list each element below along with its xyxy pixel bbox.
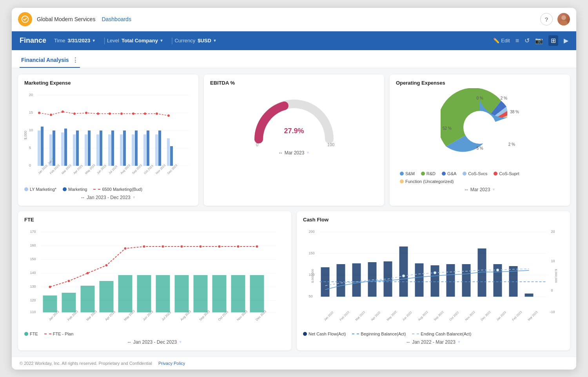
svg-point-99 xyxy=(200,245,202,248)
svg-text:27.9%: 27.9% xyxy=(284,127,304,135)
fte-legend: FTE FTE - Plan xyxy=(24,332,285,336)
svg-point-64 xyxy=(463,111,496,144)
svg-rect-85 xyxy=(156,275,170,312)
svg-point-146 xyxy=(497,269,499,271)
marketing-footer[interactable]: ↔ Jan 2023 - Dec 2023 ▼ xyxy=(24,195,192,200)
fte-card: FTE 170 160 150 140 130 120 110 xyxy=(18,211,291,350)
privacy-policy-link[interactable]: Privacy Policy xyxy=(158,361,185,366)
cash-flow-footer-arrow: ↔ xyxy=(406,339,410,345)
financial-analysis-tab[interactable]: Financial Analysis ⋮ xyxy=(20,53,80,68)
legend-label-cos-svcs: CoS-Svcs xyxy=(468,171,487,176)
svg-text:-10: -10 xyxy=(550,310,555,314)
svg-text:Nov 2022: Nov 2022 xyxy=(465,310,476,321)
time-value[interactable]: 3/31/2023 ▼ xyxy=(67,38,96,44)
svg-point-42 xyxy=(97,112,99,115)
svg-rect-24 xyxy=(100,130,102,166)
legend-dot-net-cash xyxy=(303,332,307,336)
ebitda-footer-arrow: ↔ xyxy=(278,150,283,156)
camera-icon[interactable]: 📷 xyxy=(535,37,543,44)
legend-dot-ga xyxy=(442,172,446,176)
opex-footer-chevron: ▼ xyxy=(492,187,495,192)
grid-icon[interactable]: ⊞ xyxy=(548,35,558,46)
operating-expenses-title: Operating Expenses xyxy=(396,80,564,86)
marketing-expense-chart: 20 15 10 5 0 $,000 xyxy=(24,88,192,184)
dashboards-link[interactable]: Dashboards xyxy=(102,16,131,22)
page-footer: © 2022 Workday, Inc. All rights reserved… xyxy=(12,357,576,370)
svg-rect-84 xyxy=(137,275,151,312)
fte-footer-chevron: ▼ xyxy=(178,340,182,344)
legend-label-ga: G&A xyxy=(447,171,456,176)
svg-rect-137 xyxy=(446,264,455,297)
tab-menu-icon[interactable]: ⋮ xyxy=(72,56,78,64)
user-avatar[interactable] xyxy=(557,13,570,25)
svg-text:Jan 2023: Jan 2023 xyxy=(496,310,507,321)
svg-point-98 xyxy=(181,245,183,248)
legend-ending: Ending Cash Balance(Act) xyxy=(412,332,471,336)
svg-text:140: 140 xyxy=(30,271,36,275)
svg-rect-82 xyxy=(100,281,114,312)
svg-rect-25 xyxy=(108,134,111,166)
bottom-row: FTE 170 160 150 140 130 120 110 xyxy=(18,211,570,350)
currency-filter[interactable]: Currency $USD ▼ xyxy=(174,38,216,44)
svg-point-96 xyxy=(143,245,145,248)
svg-text:Mar 2023: Mar 2023 xyxy=(527,310,539,321)
svg-point-102 xyxy=(256,245,258,248)
edit-button[interactable]: ✏️ Edit xyxy=(493,38,510,44)
legend-sm: S&M xyxy=(400,171,415,176)
chart-footer-text: Jan 2023 - Dec 2023 xyxy=(87,195,130,200)
time-chevron: ▼ xyxy=(92,38,96,43)
svg-rect-30 xyxy=(135,130,138,166)
legend-fte: FTE xyxy=(24,332,38,336)
opex-footer[interactable]: ↔ Mar 2023 ▼ xyxy=(396,187,564,192)
time-filter[interactable]: Time 3/31/2023 ▼ xyxy=(54,38,96,44)
legend-label-net-cash: Net Cash Flow(Act) xyxy=(309,332,346,336)
svg-text:5: 5 xyxy=(29,146,31,150)
legend-label-beginning: Beginning Balance(Act) xyxy=(361,332,406,336)
legend-label-cos-suprt: CoS-Suprt xyxy=(499,171,519,176)
svg-rect-141 xyxy=(509,266,518,297)
operating-donut-container: 0 % 38 % 52 % 2 % 5 % 2 % xyxy=(396,88,564,168)
svg-rect-83 xyxy=(118,275,132,312)
legend-label-fte-plan: FTE - Plan xyxy=(53,332,74,336)
svg-point-44 xyxy=(120,112,123,115)
svg-point-101 xyxy=(237,245,240,248)
level-filter[interactable]: Level Total Company ▼ xyxy=(107,38,163,44)
svg-rect-22 xyxy=(88,130,91,166)
operating-expenses-card: Operating Expenses xyxy=(390,74,570,206)
marketing-legend: LY Marketing* Marketing 6500 Marketing(B… xyxy=(24,187,192,192)
cash-flow-footer[interactable]: ↔ Jan 2022 - Mar 2023 ▼ xyxy=(303,339,564,345)
video-icon[interactable]: ▶ xyxy=(564,37,568,44)
ebitda-gauge: 27.9% 0 100 xyxy=(210,88,378,147)
app-name: Global Modern Services xyxy=(37,16,95,22)
svg-rect-13 xyxy=(38,130,40,166)
copyright: © 2022 Workday, Inc. All rights reserved… xyxy=(20,361,152,366)
filter-icon[interactable]: ≡ xyxy=(515,37,519,44)
ebitda-footer[interactable]: ↔ Mar 2023 ▼ xyxy=(210,150,378,156)
legend-dot-function xyxy=(400,179,404,183)
fte-footer-text: Jan 2023 - Dec 2023 xyxy=(133,339,177,345)
svg-text:Sep 2022: Sep 2022 xyxy=(433,310,445,321)
svg-text:Jan 2022: Jan 2022 xyxy=(323,310,334,321)
currency-value[interactable]: $USD ▼ xyxy=(198,38,217,44)
help-icon[interactable]: ? xyxy=(540,13,553,25)
svg-point-38 xyxy=(50,114,52,116)
fte-footer[interactable]: ↔ Jan 2023 - Dec 2023 ▼ xyxy=(24,339,285,345)
svg-rect-132 xyxy=(368,262,377,297)
svg-point-46 xyxy=(144,112,146,115)
cash-flow-chart: 200 150 100 50 20 10 0 -10 $,000,000 $,0… xyxy=(303,225,564,328)
edit-label: Edit xyxy=(501,38,510,44)
svg-text:$,000,000: $,000,000 xyxy=(554,269,558,283)
svg-text:Dec 2022: Dec 2022 xyxy=(480,310,492,321)
svg-text:0: 0 xyxy=(256,142,258,147)
svg-text:Feb 2022: Feb 2022 xyxy=(339,310,350,321)
level-value[interactable]: Total Company ▼ xyxy=(122,38,163,44)
svg-rect-87 xyxy=(194,275,208,312)
svg-text:Jul 2023: Jul 2023 xyxy=(108,164,118,174)
svg-point-37 xyxy=(38,112,40,114)
svg-rect-136 xyxy=(431,265,439,297)
svg-text:0: 0 xyxy=(29,163,31,167)
refresh-icon[interactable]: ↺ xyxy=(524,37,530,44)
svg-rect-36 xyxy=(170,146,173,166)
fte-title: FTE xyxy=(24,217,285,223)
svg-text:20: 20 xyxy=(551,230,555,234)
